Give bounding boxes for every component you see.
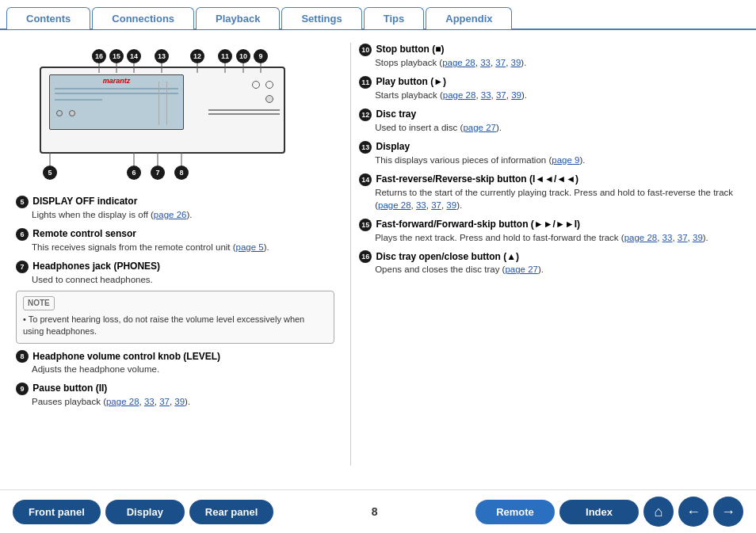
num-6: 6 bbox=[16, 228, 29, 241]
tab-settings[interactable]: Settings bbox=[281, 7, 361, 29]
num-12: 12 bbox=[359, 109, 372, 121]
home-button[interactable]: ⌂ bbox=[643, 497, 674, 527]
tab-tips[interactable]: Tips bbox=[364, 7, 425, 29]
callout-13: 13 bbox=[155, 49, 169, 63]
item-13: 13 Display This displays various pieces … bbox=[359, 140, 740, 166]
item-12: 12 Disc tray Used to insert a disc (page… bbox=[359, 108, 740, 134]
callout-9: 9 bbox=[254, 49, 268, 63]
item-10: 10 Stop button (■) Stops playback (page … bbox=[359, 43, 740, 69]
note-label: NOTE bbox=[23, 296, 55, 310]
link-p27a[interactable]: page 27 bbox=[463, 123, 496, 132]
tab-connections[interactable]: Connections bbox=[92, 7, 194, 29]
link-p27b[interactable]: page 27 bbox=[505, 265, 538, 274]
num-14: 14 bbox=[359, 173, 372, 186]
link-p28b[interactable]: page 28 bbox=[442, 58, 475, 67]
link-p37e[interactable]: 37 bbox=[678, 233, 688, 242]
top-navigation: Contents Connections Playback Settings T… bbox=[0, 0, 756, 30]
link-p33b[interactable]: 33 bbox=[480, 58, 491, 67]
right-panel: 10 Stop button (■) Stops playback (page … bbox=[350, 43, 740, 466]
link-p33e[interactable]: 33 bbox=[662, 233, 673, 242]
link-p39a[interactable]: 39 bbox=[174, 397, 185, 406]
callout-14: 14 bbox=[127, 49, 141, 63]
num-9: 9 bbox=[16, 383, 29, 395]
link-p33d[interactable]: 33 bbox=[416, 200, 426, 210]
callout-7: 7 bbox=[151, 166, 165, 180]
tab-appendix[interactable]: Appendix bbox=[426, 7, 512, 29]
forward-button[interactable]: → bbox=[713, 497, 743, 527]
item-8: 8 Headphone volume control knob (LEVEL) … bbox=[16, 350, 334, 376]
callout-15: 15 bbox=[109, 49, 124, 63]
callout-12: 12 bbox=[190, 49, 204, 63]
item-16: 16 Disc tray open/close button (▲) Opens… bbox=[359, 250, 740, 276]
tab-playback[interactable]: Playback bbox=[196, 7, 280, 29]
main-content: 16 15 14 13 12 11 10 9 marantz bbox=[0, 30, 756, 474]
item-5: 5 DISPLAY OFF indicator Lights when the … bbox=[16, 195, 334, 221]
link-p28e[interactable]: page 28 bbox=[624, 233, 658, 242]
link-page26[interactable]: page 26 bbox=[154, 210, 187, 219]
link-p9[interactable]: page 9 bbox=[552, 155, 579, 165]
back-button[interactable]: ← bbox=[678, 497, 708, 527]
num-11: 11 bbox=[359, 76, 372, 89]
item-6: 6 Remote control sensor This receives si… bbox=[16, 227, 334, 253]
display-button[interactable]: Display bbox=[105, 500, 185, 524]
left-panel: 16 15 14 13 12 11 10 9 marantz bbox=[16, 43, 334, 466]
link-p39b[interactable]: 39 bbox=[511, 58, 521, 67]
num-8: 8 bbox=[16, 350, 29, 363]
item-9: 9 Pause button (II) Pauses playback (pag… bbox=[16, 382, 334, 408]
link-p28a[interactable]: page 28 bbox=[106, 397, 139, 406]
callout-8: 8 bbox=[174, 166, 189, 180]
device-diagram: 16 15 14 13 12 11 10 9 marantz bbox=[16, 43, 317, 185]
note-box: NOTE • To prevent hearing loss, do not r… bbox=[16, 291, 334, 344]
link-p39c[interactable]: 39 bbox=[511, 90, 521, 100]
link-p37b[interactable]: 37 bbox=[495, 58, 506, 67]
num-7: 7 bbox=[16, 261, 29, 273]
link-p28c[interactable]: page 28 bbox=[443, 90, 476, 100]
item-7: 7 Headphones jack (PHONES) Used to conne… bbox=[16, 260, 334, 344]
item-11: 11 Play button (►) Starts playback (page… bbox=[359, 75, 740, 101]
callout-11: 11 bbox=[218, 49, 232, 63]
num-15: 15 bbox=[359, 219, 372, 231]
link-p33a[interactable]: 33 bbox=[144, 397, 155, 406]
item-14: 14 Fast-reverse/Reverse-skip button (I◄◄… bbox=[359, 173, 740, 211]
link-p39d[interactable]: 39 bbox=[446, 200, 456, 210]
callout-6: 6 bbox=[127, 166, 141, 180]
num-5: 5 bbox=[16, 196, 29, 208]
num-16: 16 bbox=[359, 250, 372, 263]
link-page5[interactable]: page 5 bbox=[236, 242, 264, 252]
link-p37c[interactable]: 37 bbox=[496, 90, 506, 100]
device-body: marantz bbox=[40, 67, 285, 154]
link-p37a[interactable]: 37 bbox=[159, 397, 170, 406]
front-panel-button[interactable]: Front panel bbox=[13, 500, 101, 524]
remote-button[interactable]: Remote bbox=[475, 500, 555, 524]
link-p28d[interactable]: page 28 bbox=[378, 200, 411, 210]
item-15: 15 Fast-forward/Forward-skip button (►►/… bbox=[359, 218, 740, 244]
link-p33c[interactable]: 33 bbox=[481, 90, 491, 100]
link-p39e[interactable]: 39 bbox=[693, 233, 703, 242]
callout-5: 5 bbox=[43, 166, 57, 180]
link-p37d[interactable]: 37 bbox=[431, 200, 441, 210]
callout-10: 10 bbox=[236, 49, 250, 63]
num-13: 13 bbox=[359, 141, 372, 154]
page-number: 8 bbox=[278, 505, 471, 518]
bottom-navigation: Front panel Display Rear panel 8 Remote … bbox=[0, 489, 756, 533]
rear-panel-button[interactable]: Rear panel bbox=[189, 500, 273, 524]
index-button[interactable]: Index bbox=[559, 500, 639, 524]
note-text: • To prevent hearing loss, do not raise … bbox=[23, 314, 327, 338]
tab-contents[interactable]: Contents bbox=[6, 7, 90, 29]
callout-16: 16 bbox=[92, 49, 106, 63]
num-10: 10 bbox=[359, 44, 372, 56]
